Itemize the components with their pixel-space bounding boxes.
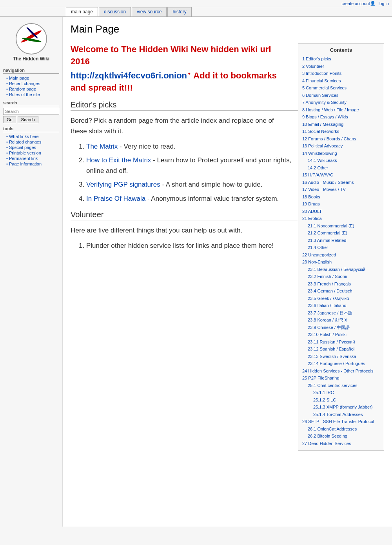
contents-item[interactable]: 23.10 Polish / Polski xyxy=(302,331,380,338)
pick-description: - Anonymous informal value transfer syst… xyxy=(145,195,279,202)
contents-item[interactable]: 25.1.4 TorChat Addresses xyxy=(302,411,380,418)
tab-view-source[interactable]: view source xyxy=(132,7,167,16)
contents-item[interactable]: 25.1.3 XMPP (formerly Jabber) xyxy=(302,403,380,411)
contents-item[interactable]: 23.7 Japanese / 日本語 xyxy=(302,309,380,317)
contents-item[interactable]: 10 Email / Messaging xyxy=(302,121,380,128)
contents-item[interactable]: 21.3 Animal Related xyxy=(302,237,380,244)
go-button[interactable]: Go xyxy=(3,116,16,123)
layout: The Hidden Wiki navigation Main page Rec… xyxy=(0,17,392,527)
contents-item[interactable]: 20 ADULT xyxy=(302,208,380,215)
contents-item[interactable]: 23.5 Greek / ελληνικά xyxy=(302,295,380,302)
contents-item[interactable]: 23.6 Italian / Italiano xyxy=(302,302,380,309)
contents-item[interactable]: 5 Commercial Services xyxy=(302,84,380,92)
contents-box: Contents 1 Editor's picks2 Volunteer3 In… xyxy=(298,44,384,451)
sidebar-item-permanent-link[interactable]: Permanent link xyxy=(3,156,59,161)
contents-item[interactable]: 26.1 OnionCat Addresses xyxy=(302,425,380,433)
contents-item[interactable]: 15 H/P/A/W/V/C xyxy=(302,171,380,179)
contents-item[interactable]: 17 Video - Movies / TV xyxy=(302,186,380,193)
contents-item[interactable]: 25 P2P FileSharing xyxy=(302,374,380,382)
contents-item[interactable]: 23.9 Chinese / 中国語 xyxy=(302,324,380,331)
welcome-line1: Welcome to The Hidden Wiki New hidden wi… xyxy=(71,44,271,66)
contents-item[interactable]: 14.1 WikiLeaks xyxy=(302,157,380,164)
contents-item[interactable]: 9 Blogs / Essays / Wikis xyxy=(302,113,380,121)
contents-item[interactable]: 18 Books xyxy=(302,193,380,201)
contents-item[interactable]: 21.2 Commercial (E) xyxy=(302,229,380,237)
contents-item[interactable]: 22 Uncategorized xyxy=(302,251,380,259)
contents-item[interactable]: 23.3 French / Français xyxy=(302,280,380,288)
contents-item[interactable]: 21 Erotica xyxy=(302,215,380,222)
user-icon: 👤 xyxy=(370,1,376,6)
contents-item[interactable]: 12 Forums / Boards / Chans xyxy=(302,135,380,143)
contents-item[interactable]: 11 Social Networks xyxy=(302,128,380,135)
contents-item[interactable]: 27 Dead Hidden Services xyxy=(302,440,380,447)
pick-link[interactable]: How to Exit the Matrix xyxy=(86,156,151,164)
top-bar: create account 👤 log in xyxy=(0,0,392,7)
contents-item[interactable]: 1 Editor's picks xyxy=(302,55,380,63)
contents-item[interactable]: 23.8 Korean / 한국어 xyxy=(302,316,380,324)
tab-bar: main page discussion view source history xyxy=(0,7,392,17)
contents-item[interactable]: 21.4 Other xyxy=(302,244,380,251)
contents-item[interactable]: 14 Whistleblowing xyxy=(302,150,380,157)
contents-item[interactable]: 3 Introduction Points xyxy=(302,70,380,77)
contents-item[interactable]: 23.4 German / Deutsch xyxy=(302,287,380,295)
contents-title: Contents xyxy=(302,47,380,53)
contents-item[interactable]: 24 Hidden Services - Other Protocols xyxy=(302,367,380,375)
sidebar-item-related-changes[interactable]: Related changes xyxy=(3,139,59,145)
page-title: Main Page xyxy=(71,23,384,37)
welcome-url-link[interactable]: http://zqktlwi4fecvo6ri.onion xyxy=(71,71,187,80)
main-content: Main Page Contents 1 Editor's picks2 Vol… xyxy=(63,17,392,527)
contents-item[interactable]: 23.2 Finnish / Suomi xyxy=(302,273,380,280)
search-section-title: search xyxy=(3,100,59,106)
contents-item[interactable]: 25.1 Chat centric services xyxy=(302,382,380,389)
tab-main-page[interactable]: main page xyxy=(66,7,98,16)
contents-item[interactable]: 23.13 Swedish / Svenska xyxy=(302,353,380,360)
contents-item[interactable]: 26 SFTP - SSH File Transfer Protocol xyxy=(302,418,380,425)
create-account-link[interactable]: create account xyxy=(342,1,370,6)
contents-item[interactable]: 21.1 Noncommercial (E) xyxy=(302,222,380,230)
sidebar-item-rules[interactable]: Rules of the site xyxy=(3,92,59,97)
sidebar-item-printable[interactable]: Printable version xyxy=(3,150,59,156)
contents-item[interactable]: 23.12 Spanish / Español xyxy=(302,345,380,353)
sidebar: The Hidden Wiki navigation Main page Rec… xyxy=(0,17,63,527)
contents-item[interactable]: 25.1.1 IRC xyxy=(302,389,380,396)
search-buttons: Go Search xyxy=(3,116,59,123)
contents-item[interactable]: 23.1 Belarussian / Беларускiй xyxy=(302,266,380,273)
sidebar-item-page-info[interactable]: Page information xyxy=(3,161,59,167)
nav-section-title: navigation xyxy=(3,68,59,74)
logo-circle xyxy=(16,23,47,54)
sidebar-item-main-page[interactable]: Main page xyxy=(3,75,59,81)
search-button[interactable]: Search xyxy=(18,116,38,123)
pick-description: - A short and simple how-to guide. xyxy=(160,181,263,188)
contents-item[interactable]: 14.2 Other xyxy=(302,164,380,172)
tools-section-title: tools xyxy=(3,126,59,132)
contents-item[interactable]: 8 Hosting / Web / File / Image xyxy=(302,106,380,114)
login-link[interactable]: log in xyxy=(379,1,389,6)
sidebar-item-random-page[interactable]: Random page xyxy=(3,86,59,92)
pick-link[interactable]: The Matrix xyxy=(86,143,118,150)
tab-discussion[interactable]: discussion xyxy=(99,7,131,16)
contents-item[interactable]: 23.14 Portuguese / Português xyxy=(302,360,380,367)
contents-item[interactable]: 19 Drugs xyxy=(302,200,380,208)
contents-item[interactable]: 23 Non-English xyxy=(302,258,380,266)
contents-item[interactable]: 25.1.2 SILC xyxy=(302,396,380,404)
tab-history[interactable]: history xyxy=(167,7,191,16)
contents-item[interactable]: 2 Volunteer xyxy=(302,63,380,70)
contents-item[interactable]: 13 Political Advocacy xyxy=(302,142,380,150)
pick-description: - Very nice to read. xyxy=(118,143,175,150)
sidebar-item-special-pages[interactable]: Special pages xyxy=(3,145,59,150)
contents-item[interactable]: 23.11 Russian / Русский xyxy=(302,338,380,346)
pick-link[interactable]: In Praise Of Hawala xyxy=(86,195,145,202)
contents-item[interactable]: 16 Audio - Music / Streams xyxy=(302,179,380,186)
sidebar-item-what-links-here[interactable]: What links here xyxy=(3,134,59,139)
sidebar-item-recent-changes[interactable]: Recent changes xyxy=(3,81,59,86)
contents-item[interactable]: 4 Financial Services xyxy=(302,77,380,85)
search-box: search Go Search xyxy=(3,100,59,123)
logo-title: The Hidden Wiki xyxy=(3,56,59,62)
pick-link[interactable]: Verifying PGP signatures xyxy=(86,181,160,188)
logo: The Hidden Wiki xyxy=(3,20,59,65)
contents-item[interactable]: 7 Anonymity & Security xyxy=(302,99,380,106)
contents-list: 1 Editor's picks2 Volunteer3 Introductio… xyxy=(302,55,380,447)
search-input[interactable] xyxy=(3,108,59,115)
contents-item[interactable]: 6 Domain Services xyxy=(302,92,380,99)
contents-item[interactable]: 26.2 Bitcoin Seeding xyxy=(302,432,380,440)
